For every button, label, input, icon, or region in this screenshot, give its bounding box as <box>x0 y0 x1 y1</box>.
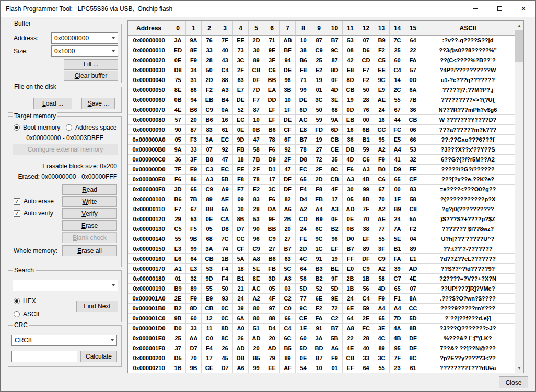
byte-cell[interactable]: 28 <box>202 55 217 65</box>
byte-cell[interactable]: 18 <box>233 155 249 165</box>
byte-cell[interactable]: 59 <box>358 304 374 314</box>
byte-cell[interactable]: F7 <box>233 185 249 194</box>
byte-cell[interactable]: B9 <box>311 214 327 224</box>
byte-cell[interactable]: 9C <box>296 304 311 314</box>
byte-cell[interactable]: C2 <box>327 314 343 324</box>
byte-cell[interactable]: 4C <box>374 333 390 343</box>
byte-cell[interactable]: BD <box>311 343 327 353</box>
find-next-button[interactable]: Find Next <box>76 301 118 312</box>
byte-cell[interactable]: 68 <box>327 105 343 115</box>
byte-cell[interactable]: 01 <box>311 85 327 95</box>
byte-cell[interactable]: 1B <box>358 274 374 284</box>
byte-cell[interactable]: 87 <box>249 105 264 115</box>
byte-cell[interactable]: E1 <box>405 254 421 264</box>
byte-cell[interactable]: 87 <box>186 125 202 135</box>
byte-cell[interactable]: E2 <box>249 185 264 194</box>
byte-cell[interactable]: 99 <box>358 185 374 194</box>
byte-cell[interactable]: C9 <box>249 244 264 254</box>
byte-cell[interactable]: AC <box>296 115 311 125</box>
byte-cell[interactable]: D4 <box>296 194 311 204</box>
byte-cell[interactable]: 4C <box>296 254 311 264</box>
byte-cell[interactable]: 8D <box>343 75 358 85</box>
byte-cell[interactable]: D1 <box>264 165 280 175</box>
byte-cell[interactable]: 8D <box>327 65 343 75</box>
byte-cell[interactable]: 3A <box>311 333 327 343</box>
byte-cell[interactable]: 38 <box>358 224 374 234</box>
byte-cell[interactable]: F4 <box>217 274 233 284</box>
byte-cell[interactable]: F6 <box>343 165 358 175</box>
byte-cell[interactable]: A6 <box>233 363 249 373</box>
byte-cell[interactable]: 0E <box>343 214 358 224</box>
byte-cell[interactable]: 9B <box>170 314 186 324</box>
byte-cell[interactable]: E7 <box>233 85 249 95</box>
byte-cell[interactable]: 65 <box>296 175 311 185</box>
byte-cell[interactable]: 61 <box>217 125 233 135</box>
hex-radio[interactable]: HEX <box>14 297 36 305</box>
byte-cell[interactable]: 22 <box>343 333 358 343</box>
byte-cell[interactable]: B6 <box>296 55 311 65</box>
close-button[interactable]: Close <box>499 376 528 388</box>
byte-cell[interactable]: 19 <box>311 75 327 85</box>
byte-cell[interactable]: 16 <box>217 115 233 125</box>
byte-cell[interactable]: F4 <box>296 185 311 194</box>
byte-cell[interactable]: 25 <box>170 333 186 343</box>
byte-cell[interactable]: C9 <box>358 264 374 274</box>
byte-cell[interactable]: 67 <box>186 204 202 214</box>
clear-buffer-button[interactable]: Clear buffer <box>64 71 118 81</box>
byte-cell[interactable]: 2E <box>170 294 186 304</box>
byte-cell[interactable]: 25 <box>311 55 327 65</box>
byte-cell[interactable]: 6D <box>296 105 311 115</box>
byte-cell[interactable]: 3C <box>233 55 249 65</box>
address-space-radio[interactable]: Address space <box>66 124 116 131</box>
write-button[interactable]: Write <box>62 196 117 207</box>
byte-cell[interactable]: 43 <box>217 55 233 65</box>
byte-cell[interactable]: 2D <box>296 244 311 254</box>
byte-cell[interactable]: 40 <box>358 343 374 353</box>
byte-cell[interactable]: 36 <box>170 155 186 165</box>
byte-cell[interactable]: B0 <box>374 165 390 175</box>
byte-cell[interactable]: B7 <box>280 244 296 254</box>
byte-cell[interactable]: 9E <box>327 294 343 304</box>
byte-cell[interactable]: E9 <box>202 294 217 304</box>
byte-cell[interactable]: BF <box>280 45 296 55</box>
byte-cell[interactable]: B7 <box>327 36 343 45</box>
byte-cell[interactable]: 6A <box>405 85 421 95</box>
byte-cell[interactable]: 37 <box>170 343 186 353</box>
byte-cell[interactable]: 8C <box>217 333 233 343</box>
byte-cell[interactable]: 5D <box>296 343 311 353</box>
byte-cell[interactable]: 7F <box>390 353 405 363</box>
byte-cell[interactable]: 0C <box>217 304 233 314</box>
byte-cell[interactable]: EF <box>264 105 280 115</box>
byte-cell[interactable]: A0 <box>233 324 249 333</box>
byte-cell[interactable]: FB <box>233 145 249 155</box>
byte-cell[interactable]: A3 <box>358 165 374 175</box>
byte-cell[interactable]: E3 <box>186 264 202 274</box>
byte-cell[interactable]: 4F <box>264 294 280 304</box>
byte-cell[interactable]: 05 <box>343 194 358 204</box>
byte-cell[interactable]: DB <box>233 353 249 363</box>
byte-cell[interactable]: 70 <box>374 194 390 204</box>
byte-cell[interactable]: 00 <box>390 185 405 194</box>
byte-cell[interactable]: BB <box>264 224 280 234</box>
byte-cell[interactable]: 7F <box>170 165 186 175</box>
byte-cell[interactable]: F2 <box>311 304 327 314</box>
byte-cell[interactable]: 6A <box>217 204 233 214</box>
byte-cell[interactable]: 4F <box>327 185 343 194</box>
byte-cell[interactable]: 92 <box>280 145 296 155</box>
byte-cell[interactable]: E3 <box>170 244 186 254</box>
byte-cell[interactable]: 77 <box>374 224 390 234</box>
byte-cell[interactable]: 72 <box>311 155 327 165</box>
byte-cell[interactable]: 59 <box>358 145 374 155</box>
byte-cell[interactable]: 7D <box>390 314 405 324</box>
byte-cell[interactable]: 50 <box>311 105 327 115</box>
byte-cell[interactable]: 5B <box>217 175 233 185</box>
byte-cell[interactable]: D8 <box>217 224 233 234</box>
byte-cell[interactable]: 07 <box>358 36 374 45</box>
byte-cell[interactable]: 1B <box>217 254 233 264</box>
byte-cell[interactable]: A6 <box>280 204 296 214</box>
byte-cell[interactable]: 2B <box>280 214 296 224</box>
byte-cell[interactable]: 7C <box>390 36 405 45</box>
byte-cell[interactable]: 10 <box>280 95 296 105</box>
byte-cell[interactable]: 0E <box>202 214 217 224</box>
byte-cell[interactable]: 8E <box>170 85 186 95</box>
